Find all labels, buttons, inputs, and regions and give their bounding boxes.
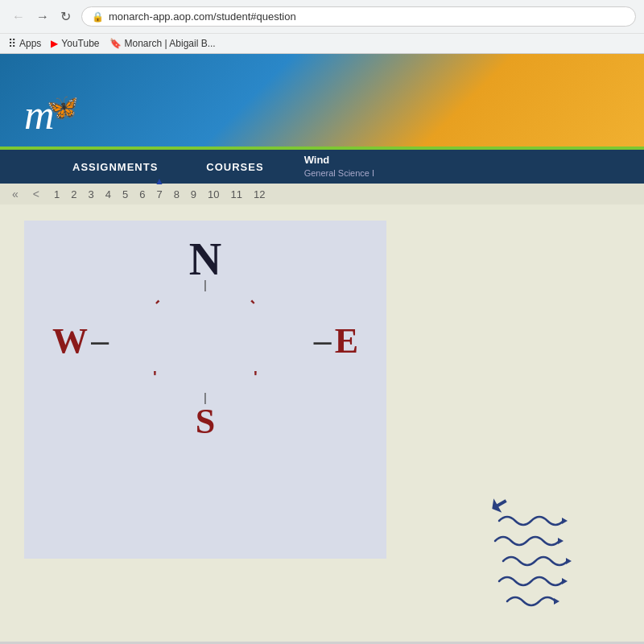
youtube-icon: ▶ [51,38,58,49]
compass-west-letter: W [52,320,88,361]
compass-diagram: N | ' ' W – – E ' [24,221,386,559]
browser-toolbar: ← → ↻ 🔒 monarch-app.aop.com/student#ques… [0,0,644,33]
compass-sw-mark: ' [153,368,157,386]
back-button[interactable]: ← [8,8,29,26]
svg-marker-5 [491,497,510,516]
youtube-bookmark[interactable]: ▶ YouTube [51,38,99,49]
courses-nav[interactable]: COURSES [182,150,287,184]
forward-button[interactable]: → [32,8,53,26]
page-num-4[interactable]: 4 [105,188,111,200]
page-num-8[interactable]: 8 [174,188,180,200]
ruler-back-single[interactable]: < [33,188,39,200]
monarch-bookmark[interactable]: 🔖 Monarch | Abigail B... [109,38,216,49]
page-num-1[interactable]: 1 [54,188,60,200]
browser-chrome: ← → ↻ 🔒 monarch-app.aop.com/student#ques… [0,0,644,54]
page-num-6[interactable]: 6 [139,188,145,200]
page-num-11[interactable]: 11 [231,188,242,200]
page-num-2[interactable]: 2 [71,188,76,200]
compass-west-dash: – [91,323,109,359]
monarch-header: m 🦋 [0,54,644,147]
wind-waves-svg [491,497,620,625]
apps-grid-icon: ⠿ [8,37,16,50]
address-bar[interactable]: 🔒 monarch-app.aop.com/student#question [81,6,636,27]
breadcrumb-subject: General Science I [304,167,374,179]
compass-south-section: | S [40,390,370,440]
ruler-back-double[interactable]: « [12,188,19,200]
svg-marker-1 [558,538,564,544]
svg-marker-0 [562,518,568,524]
compass-diagonals-top: ' ' [40,295,370,314]
page-num-10[interactable]: 10 [208,188,219,200]
compass-ne-mark: ' [248,297,264,313]
svg-marker-2 [566,558,572,564]
compass-we-row: W – – E [40,320,370,361]
page-num-3[interactable]: 3 [88,188,93,200]
compass-north-section: N | [40,237,370,291]
wind-illustration [491,497,620,625]
compass-north-letter: N [40,237,370,282]
butterfly-icon: 🦋 [47,92,79,122]
youtube-label: YouTube [61,38,99,49]
compass-south-letter: S [40,404,370,440]
breadcrumb-topic: Wind [304,154,374,167]
compass-west-group: W – [52,320,109,361]
compass-se-mark: ' [254,368,258,386]
breadcrumb: Wind General Science I [288,154,374,179]
monarch-bookmark-label: Monarch | Abigail B... [125,38,216,49]
content-area: N | ' ' W – – E ' [0,204,644,642]
bookmark-icon: 🔖 [109,38,122,49]
page-ruler: « < 1 2 3 4 5 6 7 ▲ 8 9 10 11 12 [0,184,644,204]
bookmarks-bar: ⠿ Apps ▶ YouTube 🔖 Monarch | Abigail B..… [0,33,644,53]
svg-marker-4 [554,598,559,605]
page-num-5[interactable]: 5 [122,188,128,200]
compass-east-letter: E [335,320,358,361]
lock-icon: 🔒 [92,11,104,23]
apps-label: Apps [19,38,41,49]
page-num-9[interactable]: 9 [191,188,196,200]
nav-bar: ASSIGNMENTS COURSES Wind General Science… [0,150,644,184]
active-page-arrow: ▲ [155,175,164,187]
compass-east-dash: – [313,323,331,359]
compass-nw-mark: ' [147,297,163,313]
svg-marker-3 [562,578,568,584]
monarch-logo: m 🦋 [24,91,79,138]
compass-north-tick: | [40,278,370,291]
refresh-button[interactable]: ↻ [56,7,75,26]
nav-buttons: ← → ↻ [8,7,75,26]
page-content: m 🦋 ASSIGNMENTS COURSES Wind General Sci… [0,54,644,642]
page-num-7[interactable]: 7 ▲ [156,188,162,200]
compass-diagonals-bottom: ' ' [40,368,370,386]
page-num-12[interactable]: 12 [254,188,265,200]
url-text: monarch-app.aop.com/student#question [109,10,296,23]
compass-east-group: – E [313,320,358,361]
ruler-numbers: 1 2 3 4 5 6 7 ▲ 8 9 10 11 12 [54,188,266,200]
apps-bookmark[interactable]: ⠿ Apps [8,37,41,50]
